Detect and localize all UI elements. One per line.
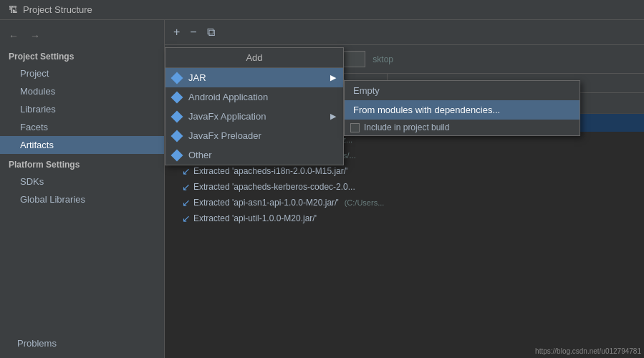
add-artifact-button[interactable]: + — [170, 24, 183, 40]
add-menu-item-other[interactable]: Other — [165, 145, 343, 165]
project-settings-header: Project Settings — [0, 46, 164, 64]
remove-artifact-button[interactable]: − — [187, 24, 199, 40]
sidebar-item-facets[interactable]: Facets — [0, 118, 164, 136]
jar-submenu-from-modules[interactable]: From modules with dependencies... — [345, 100, 580, 120]
platform-settings-header: Platform Settings — [0, 154, 164, 173]
jar-submenu-empty[interactable]: Empty — [345, 81, 580, 100]
jar-arrow-icon: ▶ — [330, 73, 336, 82]
jar-diamond-icon — [171, 72, 183, 84]
jar-list-item[interactable]: ↙ Extracted 'apacheds-i18n-2.0.0-M15.jar… — [165, 163, 644, 179]
add-menu-header: Add — [165, 48, 343, 68]
extract-icon-6: ↙ — [182, 213, 191, 224]
empty-label: Empty — [353, 85, 380, 96]
title-text: Project Structure — [23, 4, 92, 15]
sidebar-item-sdks[interactable]: SDKs — [0, 173, 164, 190]
include-project-build-row[interactable]: Include in project build — [345, 120, 580, 135]
include-label: Include in project build — [364, 122, 449, 132]
copy-artifact-button[interactable]: ⧉ — [204, 24, 218, 40]
add-menu-item-javafx-preloader[interactable]: JavaFx Preloader — [165, 126, 343, 145]
content-toolbar: + − ⧉ — [165, 20, 644, 45]
sidebar-item-libraries[interactable]: Libraries — [0, 100, 164, 118]
sidebar-item-artifacts[interactable]: Artifacts — [0, 136, 164, 154]
add-jar-label: JAR — [188, 72, 206, 83]
extract-icon-3: ↙ — [182, 165, 191, 177]
nav-forward-button[interactable]: → — [27, 29, 43, 43]
jar-submenu: Empty From modules with dependencies... … — [344, 80, 580, 136]
other-diamond-icon — [171, 149, 183, 161]
nav-back-button[interactable]: ← — [6, 29, 21, 43]
sidebar-item-global-libraries[interactable]: Global Libraries — [0, 190, 164, 208]
add-other-label: Other — [188, 150, 212, 160]
desktop-partial: sktop — [373, 54, 393, 64]
content-area: + − ⧉ Name: sktop Output Layout Pre-proc… — [165, 20, 644, 358]
sidebar-item-project[interactable]: Project — [0, 64, 164, 82]
sidebar: ← → Project Settings Project Modules Lib… — [0, 20, 165, 358]
jar-item-path-5: (C:/Users... — [345, 198, 385, 207]
add-menu-item-jar[interactable]: JAR ▶ — [165, 68, 343, 87]
sidebar-item-modules[interactable]: Modules — [0, 82, 164, 100]
title-icon: 🏗 — [7, 4, 19, 16]
javafx-diamond-icon — [171, 110, 183, 122]
extract-icon-4: ↙ — [182, 181, 191, 193]
add-dropdown: Add JAR ▶ Android Application — [165, 47, 344, 165]
title-bar: 🏗 Project Structure — [0, 0, 644, 20]
jar-list-item[interactable]: ↙ Extracted 'api-asn1-api-1.0.0-M20.jar/… — [165, 195, 644, 211]
preloader-diamond-icon — [171, 130, 183, 142]
nav-toolbar: ← → — [0, 26, 164, 46]
jar-item-name-6: Extracted 'api-util-1.0.0-M20.jar/' — [193, 213, 317, 223]
from-modules-label: From modules with dependencies... — [353, 105, 500, 115]
add-preloader-label: JavaFx Preloader — [188, 130, 261, 141]
jar-item-name-4: Extracted 'apacheds-kerberos-codec-2.0..… — [193, 182, 355, 192]
javafx-arrow-icon: ▶ — [330, 112, 336, 121]
jar-item-name-3: Extracted 'apacheds-i18n-2.0.0-M15.jar/' — [193, 166, 347, 176]
add-menu-item-android[interactable]: Android Application — [165, 87, 343, 107]
jar-item-name-5: Extracted 'api-asn1-api-1.0.0-M20.jar/' — [193, 198, 339, 208]
jar-list-item[interactable]: ↙ Extracted 'apacheds-kerberos-codec-2.0… — [165, 179, 644, 195]
jar-list-item[interactable]: ↙ Extracted 'api-util-1.0.0-M20.jar/' — [165, 211, 644, 226]
add-menu-item-javafx[interactable]: JavaFx Application ▶ — [165, 107, 343, 126]
extract-icon-5: ↙ — [182, 197, 191, 208]
android-diamond-icon — [171, 91, 183, 103]
include-checkbox[interactable] — [350, 123, 360, 132]
sidebar-item-problems[interactable]: Problems — [9, 334, 155, 352]
add-android-label: Android Application — [188, 92, 268, 102]
add-javafx-label: JavaFx Application — [188, 111, 266, 122]
